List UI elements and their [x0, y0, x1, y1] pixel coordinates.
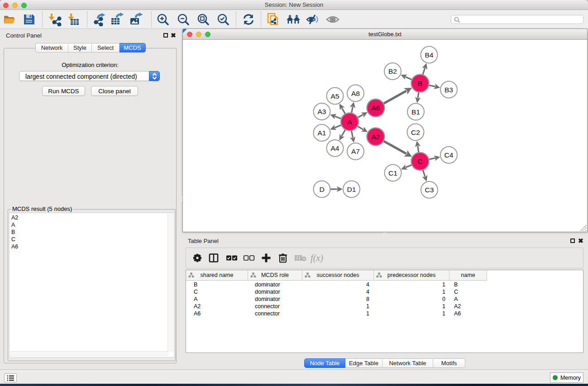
table-cell: A6	[186, 310, 248, 317]
search-input[interactable]	[462, 16, 580, 23]
zoom-out-icon[interactable]	[175, 11, 191, 28]
tab-edge-table[interactable]: Edge Table	[345, 358, 382, 368]
node-table: shared nameMCDS rolesuccessor nodesprede…	[186, 270, 583, 353]
export-image-icon[interactable]	[128, 11, 144, 28]
column-header-mcds-role[interactable]: MCDS role	[248, 270, 302, 281]
toolbar-separator	[87, 12, 87, 27]
table-row[interactable]: Adominator80A	[186, 295, 583, 303]
tab-style[interactable]: Style	[68, 43, 92, 52]
import-network-icon[interactable]	[47, 11, 63, 28]
edge-A-A4[interactable]	[342, 129, 346, 136]
export-table-icon[interactable]	[109, 11, 125, 28]
list-horizontal-scrollbar[interactable]	[10, 351, 168, 357]
mcds-result-item[interactable]: B	[11, 229, 18, 236]
graph-node-label: A6	[372, 104, 380, 112]
edge-A-A3[interactable]	[335, 116, 342, 119]
network-from-selection-icon[interactable]	[265, 11, 282, 28]
graph-node-label: D	[319, 186, 324, 193]
tab-select[interactable]: Select	[92, 43, 120, 52]
select-all-icon[interactable]	[225, 251, 239, 265]
hide-selected-icon[interactable]	[305, 11, 321, 28]
split-panel-icon[interactable]	[207, 251, 220, 265]
search-box	[451, 15, 583, 24]
edge-A-A5[interactable]	[342, 108, 345, 114]
tab-network-table[interactable]: Network Table	[382, 358, 433, 368]
edge-A2-C[interactable]	[383, 141, 406, 154]
window-resize-grip[interactable]	[580, 225, 587, 231]
control-panel-float-icon[interactable]	[163, 33, 168, 38]
table-cell: 4	[302, 289, 374, 295]
table-row[interactable]: A2connector11A2	[186, 303, 583, 310]
edge-A-A1[interactable]	[335, 125, 342, 128]
delete-table-icon[interactable]	[294, 251, 307, 265]
column-header-shared-name[interactable]: shared name	[186, 270, 248, 281]
show-selected-icon[interactable]	[325, 11, 341, 28]
table-panel-tabs: Node TableEdge TableNetwork TableMotifs	[304, 358, 465, 368]
control-panel-close-icon[interactable]: ✖	[171, 33, 176, 38]
table-cell: A2	[449, 303, 487, 310]
table-row[interactable]: Cdominator41C	[186, 288, 583, 295]
edge-A6-B[interactable]	[383, 91, 406, 104]
edge-B-B4[interactable]	[423, 68, 425, 75]
network-window-titlebar[interactable]: testGlobe.txt	[183, 29, 587, 40]
list-vertical-scrollbar[interactable]	[167, 214, 173, 352]
edge-C-C4[interactable]	[428, 158, 435, 159]
function-builder-icon[interactable]: f(x)	[310, 251, 324, 265]
import-table-icon[interactable]	[65, 11, 81, 28]
edge-A-A6[interactable]	[357, 114, 363, 118]
deselect-all-icon[interactable]	[242, 251, 256, 265]
close-panel-button[interactable]: Close panel	[91, 86, 138, 96]
mcds-result-title: MCDS result (5 nodes)	[11, 205, 73, 212]
open-session-icon[interactable]	[1, 11, 17, 28]
graph-node-label: D1	[347, 186, 356, 193]
graph-node-label: A3	[318, 108, 326, 115]
show-all-nodes-icon[interactable]	[285, 11, 301, 28]
task-list-icon	[7, 375, 14, 381]
edge-A-A2[interactable]	[357, 126, 363, 129]
add-column-icon[interactable]	[259, 251, 273, 265]
table-row[interactable]: Bdominator41B	[186, 281, 583, 288]
horizontal-splitter-grip[interactable]	[383, 233, 387, 235]
network-canvas[interactable]: AA6A2BCA5A8A3A1A4A7B2B4B3B1C2C4C1C3DD1	[183, 40, 587, 232]
zoom-selected-icon[interactable]	[215, 11, 231, 28]
vertical-splitter-grip[interactable]	[180, 196, 182, 201]
tab-mcds[interactable]: MCDS	[120, 43, 146, 52]
edge-C-C1[interactable]	[406, 165, 412, 167]
mcds-result-list[interactable]: A2ABCA6	[9, 213, 174, 357]
table-cell: 1	[374, 289, 449, 295]
tab-node-table[interactable]: Node Table	[304, 358, 345, 368]
edge-C-C2[interactable]	[418, 146, 419, 153]
edge-A-A7[interactable]	[351, 130, 353, 138]
mcds-result-item[interactable]: A6	[11, 243, 18, 250]
column-header-name[interactable]: name	[449, 270, 487, 281]
table-panel-float-icon[interactable]	[570, 238, 575, 243]
network-window-title: testGlobe.txt	[183, 31, 587, 38]
edge-C-C3[interactable]	[423, 169, 425, 176]
mcds-result-item[interactable]: A2	[11, 214, 18, 221]
zoom-in-icon[interactable]	[155, 11, 171, 28]
zoom-fit-icon[interactable]	[195, 11, 211, 28]
edge-B-B2[interactable]	[405, 77, 412, 80]
memory-button[interactable]: Memory	[550, 372, 583, 383]
export-network-icon[interactable]	[91, 11, 107, 28]
table-panel-close-icon[interactable]: ✖	[578, 238, 583, 243]
tab-network[interactable]: Network	[35, 43, 68, 52]
table-row[interactable]: A6connector11A6	[186, 310, 583, 317]
task-history-button[interactable]	[4, 373, 17, 382]
control-panel-title: Control Panel	[6, 32, 42, 39]
apply-layout-icon[interactable]	[240, 11, 257, 28]
mcds-result-item[interactable]: C	[11, 236, 18, 243]
column-header-successor-nodes[interactable]: successor nodes	[302, 270, 374, 281]
save-session-icon[interactable]	[21, 11, 37, 28]
graph-node-label: A1	[318, 129, 326, 137]
column-header-predecessor-nodes[interactable]: predecessor nodes	[374, 270, 449, 281]
mcds-result-item[interactable]: A	[11, 221, 18, 229]
run-mcds-button[interactable]: Run MCDS	[42, 86, 85, 96]
tab-motifs[interactable]: Motifs	[433, 358, 465, 368]
table-options-icon[interactable]	[191, 251, 204, 265]
edge-B-B3[interactable]	[428, 85, 435, 86]
criterion-dropdown[interactable]: largest connected component (directed)	[19, 71, 160, 81]
edge-A-A8[interactable]	[351, 107, 353, 114]
delete-column-icon[interactable]	[276, 251, 290, 265]
column-header-label: successor nodes	[317, 272, 359, 278]
